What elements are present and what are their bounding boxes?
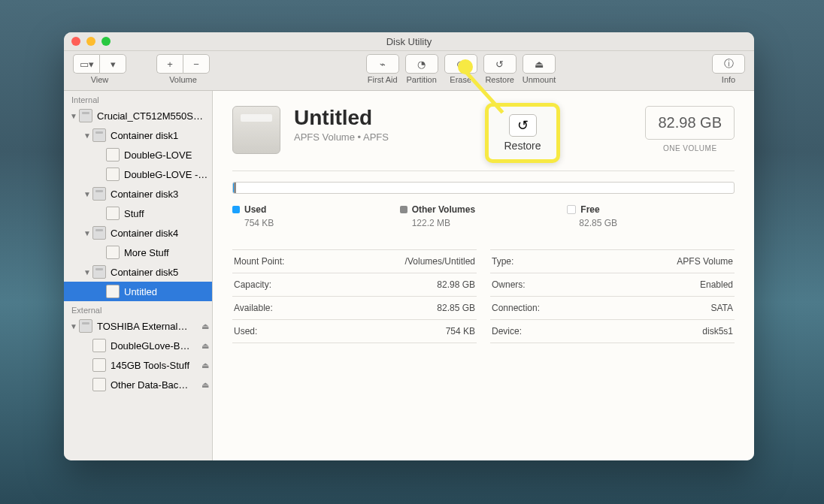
used-label: Used (244, 204, 266, 215)
eject-icon[interactable]: ⏏ (201, 341, 209, 351)
sidebar-item[interactable]: DoubleGLove-B…⏏ (64, 336, 212, 355)
capacity-label: Capacity: (234, 279, 271, 290)
sidebar-item[interactable]: ▼Crucial_CT512M550S… (64, 106, 212, 125)
window-controls (71, 37, 111, 46)
capacity-sub: ONE VOLUME (645, 144, 735, 152)
sidebar-item[interactable]: Stuff (64, 204, 212, 223)
available-value: 82.85 GB (437, 303, 475, 313)
free-value: 82.85 GB (579, 218, 735, 228)
sidebar-item-label: Container disk5 (111, 267, 178, 278)
volume-add-button[interactable]: + (156, 54, 183, 74)
sidebar-item-label: DoubleG-LOVE -… (124, 169, 208, 180)
used-value: 754 KB (244, 218, 400, 228)
sidebar-item-label: TOSHIBA External… (97, 321, 187, 332)
sidebar-item-label: Container disk4 (111, 228, 178, 239)
minimize-icon[interactable] (86, 37, 95, 46)
disclosure-icon[interactable]: ▼ (70, 112, 77, 120)
usage-bar (232, 182, 735, 194)
free-label: Free (580, 204, 599, 215)
volume-icon (92, 339, 106, 352)
connection-label: Connection: (492, 303, 540, 313)
volume-subtitle: APFS Volume • APFS (294, 131, 389, 143)
sidebar-section-external: External (64, 301, 212, 316)
sidebar-item-label: Other Data-Bac… (111, 379, 188, 391)
disk-icon (92, 265, 106, 279)
mount-point-value: /Volumes/Untitled (405, 256, 475, 267)
sidebar-item[interactable]: Untitled (64, 282, 212, 301)
close-icon[interactable] (71, 37, 80, 46)
sidebar-item[interactable]: ▼Container disk4 (64, 223, 212, 243)
volume-icon (92, 358, 106, 372)
device-value: disk5s1 (702, 326, 733, 337)
disk-icon (92, 226, 106, 240)
capacity-value: 82.98 GB (437, 279, 475, 290)
other-value: 122.2 MB (412, 218, 568, 228)
volume-remove-button[interactable]: − (183, 54, 210, 74)
volume-label: Volume (169, 75, 197, 84)
sidebar-item[interactable]: ▼Container disk3 (64, 184, 212, 204)
other-swatch-icon (400, 206, 407, 213)
partition-button[interactable]: ◔ (405, 54, 438, 74)
free-swatch-icon (567, 205, 576, 214)
sidebar-item[interactable]: ▼Container disk5 (64, 262, 212, 282)
other-label: Other Volumes (412, 204, 475, 215)
divider (232, 171, 735, 171)
eject-icon[interactable]: ⏏ (201, 321, 209, 331)
unmount-button[interactable]: ⏏ (523, 54, 556, 74)
device-label: Device: (492, 326, 522, 337)
volume-icon (106, 207, 120, 220)
disclosure-icon[interactable]: ▼ (83, 229, 91, 237)
usage-legend: Used 754 KB Other Volumes 122.2 MB Free … (232, 204, 735, 228)
sidebar-item[interactable]: DoubleG-LOVE (64, 145, 212, 164)
disclosure-icon[interactable]: ▼ (83, 190, 91, 198)
sidebar-item[interactable]: DoubleG-LOVE -… (64, 164, 212, 184)
titlebar: Disk Utility (64, 32, 754, 51)
sidebar-item[interactable]: 145GB Tools-Stuff⏏ (64, 355, 212, 375)
zoom-icon[interactable] (101, 37, 111, 46)
sidebar-item-label: Container disk3 (111, 189, 178, 200)
connection-value: SATA (710, 303, 733, 313)
disk-icon (92, 187, 106, 201)
disclosure-icon[interactable]: ▼ (83, 131, 91, 140)
sidebar-item-label: 145GB Tools-Stuff (111, 360, 189, 371)
disk-icon (79, 109, 92, 122)
volume-icon (106, 285, 120, 298)
sidebar-item-label: DoubleG-LOVE (124, 149, 192, 161)
main-content: Untitled APFS Volume • APFS 82.98 GB ONE… (213, 91, 754, 460)
disclosure-icon[interactable]: ▼ (83, 268, 91, 276)
annotation-dot-icon (458, 59, 473, 74)
volume-icon (106, 167, 120, 181)
eject-icon[interactable]: ⏏ (201, 361, 209, 370)
sidebar-item-label: More Stuff (124, 247, 169, 258)
sidebar-item[interactable]: ▼Container disk1 (64, 125, 212, 145)
volume-icon (232, 106, 280, 154)
type-value: APFS Volume (677, 256, 733, 267)
sidebar-item-label: Stuff (124, 208, 144, 219)
eject-icon[interactable]: ⏏ (201, 380, 209, 390)
used-detail-value: 754 KB (446, 326, 475, 337)
mount-point-label: Mount Point: (234, 256, 284, 267)
sidebar-item[interactable]: Other Data-Bac…⏏ (64, 375, 212, 394)
info-button[interactable]: ⓘ (712, 54, 745, 74)
sidebar-item[interactable]: More Stuff (64, 243, 212, 262)
volume-icon (92, 378, 106, 391)
sidebar-item[interactable]: ▼TOSHIBA External…⏏ (64, 316, 212, 336)
info-label: Info (722, 75, 735, 84)
sidebar-item-label: DoubleGLove-B… (111, 340, 190, 352)
view-dropdown-button[interactable]: ▾ (99, 54, 126, 74)
volume-name: Untitled (294, 106, 389, 130)
disk-icon (92, 128, 106, 142)
used-detail-label: Used: (234, 326, 257, 337)
sidebar: Internal ▼Crucial_CT512M550S…▼Container … (64, 91, 213, 460)
restore-callout: ↺ Restore (485, 103, 560, 163)
view-mode-button[interactable]: ▭▾ (73, 54, 99, 74)
available-label: Available: (234, 303, 273, 313)
used-swatch-icon (232, 206, 240, 213)
disk-utility-window: Disk Utility ▭▾ ▾ View + − Volume ⌁ Firs… (64, 32, 754, 460)
first-aid-button[interactable]: ⌁ (366, 54, 399, 74)
sidebar-section-internal: Internal (64, 91, 212, 106)
disclosure-icon[interactable]: ▼ (70, 322, 77, 330)
sidebar-item-label: Untitled (124, 286, 157, 297)
restore-button[interactable]: ↺ (483, 54, 517, 74)
sidebar-item-label: Crucial_CT512M550S… (97, 110, 203, 122)
